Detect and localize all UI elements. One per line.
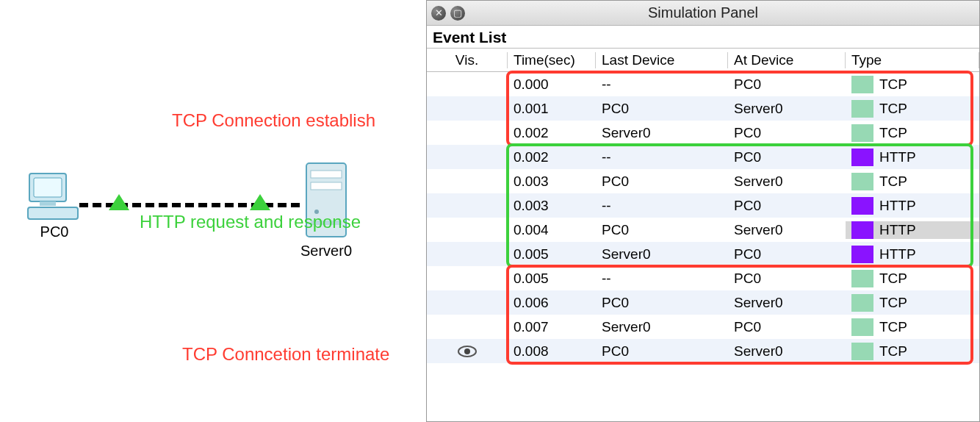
time-cell: 0.005 [508,246,596,262]
col-at[interactable]: At Device [728,52,846,68]
link-up-indicator-2 [250,194,270,210]
type-cell: TCP [846,294,979,312]
last-cell: Server0 [596,319,728,335]
type-label: TCP [879,125,907,141]
panel-titlebar[interactable]: ✕ ▢ Simulation Panel [427,1,979,26]
svg-rect-2 [40,201,56,206]
svg-rect-5 [311,171,342,178]
type-swatch [851,197,873,215]
type-label: HTTP [879,198,916,214]
at-cell: Server0 [728,343,846,360]
col-time[interactable]: Time(sec) [508,52,596,68]
topology-canvas: PC0 Server0 TCP Connection establish HTT… [0,0,426,422]
type-swatch [851,100,873,118]
event-row[interactable]: 0.008PC0Server0TCP [427,339,979,363]
time-cell: 0.005 [508,271,596,287]
event-row[interactable]: 0.007Server0PC0TCP [427,315,979,339]
device-server0[interactable]: Server0 [297,160,356,260]
at-cell: PC0 [728,125,846,141]
time-cell: 0.007 [508,319,596,335]
type-cell: TCP [846,76,979,93]
at-cell: PC0 [728,271,846,287]
last-cell: PC0 [596,222,728,238]
link-up-indicator-1 [109,194,129,210]
type-cell: TCP [846,100,979,118]
svg-rect-1 [34,178,62,197]
type-swatch [851,318,873,336]
type-label: TCP [879,319,907,335]
at-cell: PC0 [728,246,846,262]
type-swatch [851,246,873,263]
event-row[interactable]: 0.003PC0Server0TCP [427,169,979,193]
last-cell: Server0 [596,246,728,262]
type-label: TCP [879,271,907,287]
type-label: HTTP [879,222,916,238]
close-icon[interactable]: ✕ [431,6,446,21]
last-cell: -- [596,271,728,287]
at-cell: Server0 [728,222,846,238]
type-label: HTTP [879,246,916,262]
grid-header-row: Vis. Time(sec) Last Device At Device Typ… [427,48,979,72]
time-cell: 0.004 [508,222,596,238]
panel-title: Simulation Panel [427,4,979,21]
event-row[interactable]: 0.003--PC0HTTP [427,193,979,218]
event-row[interactable]: 0.001PC0Server0TCP [427,96,979,121]
time-cell: 0.003 [508,174,596,190]
type-cell: TCP [846,124,979,142]
event-row[interactable]: 0.002Server0PC0TCP [427,121,979,145]
type-cell: HTTP [846,197,979,215]
vis-cell [427,345,508,358]
at-cell: PC0 [728,149,846,165]
event-row[interactable]: 0.000--PC0TCP [427,72,979,96]
time-cell: 0.002 [508,149,596,165]
last-cell: PC0 [596,101,728,117]
type-cell: TCP [846,173,979,190]
type-swatch [851,149,873,166]
type-swatch [851,221,873,239]
last-cell: Server0 [596,125,728,141]
event-row[interactable]: 0.004PC0Server0HTTP [427,218,979,242]
type-swatch [851,343,873,360]
type-cell: TCP [846,270,979,287]
at-cell: PC0 [728,319,846,335]
last-cell: PC0 [596,174,728,190]
svg-rect-3 [28,207,78,219]
at-cell: Server0 [728,295,846,311]
device-label-server0: Server0 [297,243,356,260]
time-cell: 0.002 [508,125,596,141]
type-cell: TCP [846,343,979,360]
event-row[interactable]: 0.005--PC0TCP [427,266,979,290]
col-last[interactable]: Last Device [596,52,728,68]
type-cell: HTTP [846,246,979,263]
annotation-terminate: TCP Conncetion terminate [182,344,389,365]
annotation-establish: TCP Connection establish [172,110,375,131]
last-cell: PC0 [596,343,728,360]
annotation-http: HTTP request and response [140,212,361,232]
at-cell: PC0 [728,198,846,214]
time-cell: 0.001 [508,101,596,117]
col-vis[interactable]: Vis. [427,52,508,68]
event-list-grid: Vis. Time(sec) Last Device At Device Typ… [427,48,979,363]
at-cell: Server0 [728,174,846,190]
col-type[interactable]: Type [846,52,979,68]
event-row[interactable]: 0.006PC0Server0TCP [427,290,979,315]
time-cell: 0.003 [508,198,596,214]
type-cell: HTTP [846,149,979,166]
type-swatch [851,124,873,142]
event-row[interactable]: 0.002--PC0HTTP [427,145,979,169]
last-cell: -- [596,76,728,93]
type-label: TCP [879,174,907,190]
type-swatch [851,173,873,190]
pc-icon [21,171,88,222]
last-cell: -- [596,149,728,165]
event-row[interactable]: 0.005Server0PC0HTTP [427,242,979,266]
type-swatch [851,270,873,287]
device-pc0[interactable]: PC0 [21,171,88,240]
last-cell: -- [596,198,728,214]
dock-icon[interactable]: ▢ [450,6,465,21]
svg-rect-6 [311,182,342,190]
type-label: TCP [879,76,907,93]
at-cell: PC0 [728,76,846,93]
last-cell: PC0 [596,295,728,311]
type-label: TCP [879,295,907,311]
